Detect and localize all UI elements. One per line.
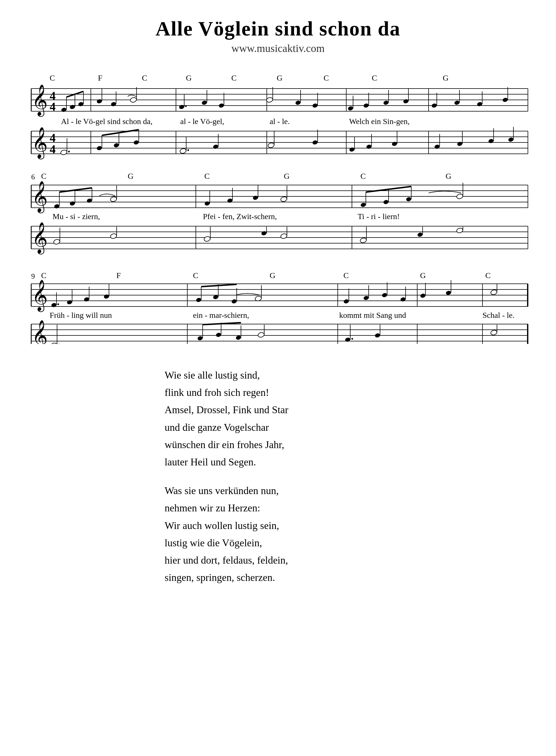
svg-text:Al - le  Vö-gel  sind  schon d: Al - le Vö-gel sind schon da, (61, 117, 152, 126)
svg-point-263 (197, 336, 203, 341)
svg-text:G: G (186, 73, 192, 82)
svg-point-98 (213, 144, 218, 149)
svg-point-92 (133, 140, 139, 145)
svg-text:al - le.: al - le. (270, 117, 290, 126)
verse2-line6: singen, springen, scherzen. (165, 569, 533, 586)
svg-point-265 (215, 332, 221, 337)
svg-point-62 (477, 102, 483, 107)
svg-text:Früh - ling will  nun: Früh - ling will nun (50, 311, 112, 320)
svg-text:C: C (372, 73, 377, 82)
svg-text:C: C (360, 172, 366, 180)
svg-point-176 (110, 233, 117, 239)
svg-point-102 (312, 140, 318, 145)
svg-point-42 (218, 103, 224, 108)
svg-text:F: F (116, 271, 121, 280)
svg-point-233 (381, 293, 387, 298)
svg-point-52 (363, 103, 369, 108)
page: Alle Vöglein sind schon da www.musicakti… (0, 0, 556, 756)
verse-1: Wie sie alle lustig sind, flink und froh… (165, 367, 533, 471)
verse1-line1: Wie sie alle lustig sind, (165, 367, 533, 384)
svg-point-182 (280, 233, 287, 239)
lyrics-section: Wie sie alle lustig sind, flink und froh… (23, 367, 533, 586)
svg-point-159 (456, 193, 463, 199)
svg-text:C: C (323, 73, 329, 82)
svg-point-54 (383, 100, 389, 105)
svg-point-28 (78, 102, 84, 107)
svg-text:C: C (343, 271, 349, 280)
svg-point-50 (347, 106, 353, 111)
svg-text:C: C (142, 73, 147, 82)
svg-text:C: C (204, 172, 210, 180)
verse-2: Was sie uns verkünden nun, nehmen wir zu… (165, 482, 533, 586)
svg-text:C: C (485, 271, 491, 280)
svg-text:9: 9 (31, 272, 35, 280)
svg-point-239 (445, 290, 451, 295)
svg-point-58 (431, 103, 437, 108)
svg-point-46 (295, 100, 301, 105)
svg-point-150 (280, 196, 287, 202)
svg-point-44 (266, 97, 273, 103)
svg-text:4: 4 (50, 100, 56, 113)
svg-point-100 (267, 142, 274, 148)
verse2-line4: lustig wie die Vögelein, (165, 534, 533, 552)
svg-line-94 (102, 130, 139, 135)
svg-point-56 (403, 99, 409, 104)
svg-point-37 (178, 104, 184, 110)
svg-point-48 (312, 103, 318, 108)
svg-point-184 (359, 237, 367, 243)
svg-point-156 (406, 197, 412, 202)
svg-text:G: G (443, 73, 448, 82)
verse1-line5: wünschen dir ein frohes Jahr, (165, 436, 533, 454)
svg-point-116 (508, 137, 514, 142)
svg-point-218 (103, 294, 109, 299)
svg-point-214 (66, 300, 72, 305)
svg-text:Pfei - fen,   Zwit-schern,: Pfei - fen, Zwit-schern, (203, 212, 277, 221)
svg-point-114 (488, 139, 494, 144)
svg-point-112 (457, 141, 463, 146)
svg-text:6: 6 (31, 173, 35, 181)
svg-point-241 (490, 289, 497, 295)
svg-point-186 (417, 232, 423, 237)
svg-point-178 (204, 236, 211, 242)
svg-text:F: F (98, 73, 102, 82)
svg-point-216 (83, 297, 90, 302)
svg-point-188 (456, 227, 463, 233)
svg-point-87 (68, 151, 70, 152)
svg-text:G: G (128, 172, 133, 180)
svg-point-26 (69, 104, 75, 110)
svg-text:𝄞: 𝄞 (32, 84, 48, 117)
svg-point-211 (51, 302, 57, 308)
svg-point-90 (113, 143, 119, 148)
svg-point-277 (490, 329, 497, 335)
svg-point-213 (57, 303, 59, 305)
svg-point-144 (204, 201, 210, 206)
svg-point-85 (60, 149, 67, 155)
svg-text:C: C (193, 271, 198, 280)
svg-point-39 (185, 105, 187, 107)
svg-point-108 (391, 141, 397, 146)
verse2-line5: hier und dort, feldaus, feldein, (165, 552, 533, 569)
svg-point-97 (187, 149, 189, 151)
svg-text:G: G (270, 271, 275, 280)
svg-text:Welch ein  Sin-gen,: Welch ein Sin-gen, (349, 117, 410, 126)
svg-point-146 (227, 198, 233, 203)
svg-point-174 (53, 239, 60, 245)
svg-text:C: C (50, 73, 55, 82)
svg-point-229 (343, 299, 349, 304)
svg-text:Schal - le.: Schal - le. (483, 311, 515, 320)
svg-point-274 (351, 338, 353, 340)
svg-text:ein - mar-schiern,: ein - mar-schiern, (193, 311, 249, 320)
svg-text:𝄞: 𝄞 (32, 280, 48, 312)
svg-text:kommt   mit Sang und: kommt mit Sang und (339, 311, 406, 320)
svg-point-135 (54, 204, 60, 209)
svg-point-180 (261, 231, 267, 236)
svg-point-110 (434, 144, 440, 149)
main-title: Alle Vöglein sind schon da (23, 17, 533, 41)
svg-text:𝄞: 𝄞 (32, 127, 48, 159)
svg-text:G: G (284, 172, 289, 180)
svg-text:Ti - ri -   liern!: Ti - ri - liern! (358, 212, 399, 221)
verse1-line4: und die ganze Vogelschar (165, 419, 533, 436)
svg-point-40 (201, 100, 207, 105)
svg-point-154 (383, 200, 389, 205)
svg-line-226 (201, 284, 237, 287)
